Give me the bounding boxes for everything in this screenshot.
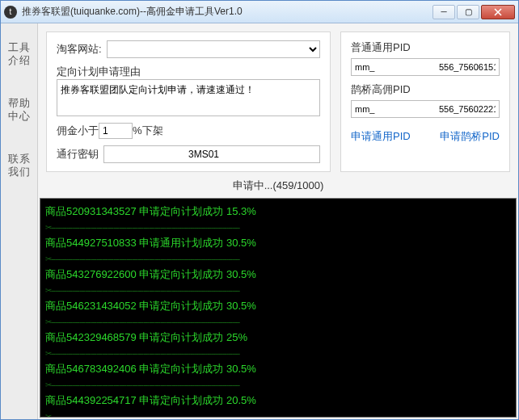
apply-form: 淘客网站: 定向计划申请理由 佣金小于 %下架 (46, 32, 331, 172)
body: 工具 介绍 帮助 中心 联系 我们 淘客网站: 定向计划申请理由 (1, 23, 518, 419)
apply-general-pid-link[interactable]: 申请通用PID (351, 129, 411, 144)
log-line: 商品542329468579 申请定向计划成功 25% (45, 328, 511, 347)
top-forms: 淘客网站: 定向计划申请理由 佣金小于 %下架 (38, 23, 518, 172)
apply-queqiao-pid-link[interactable]: 申请鹊桥PID (440, 129, 500, 144)
log-separator (45, 221, 511, 233)
app-window: t 推券客联盟(tuiquanke.com)--高佣金申请工具Ver1.0 ─ … (0, 0, 519, 420)
passkey-label: 通行密钥 (57, 147, 99, 162)
status-text: 申请中...(459/1000) (38, 172, 518, 198)
pid-panel: 普通通用PID 鹊桥高佣PID 申请通用PID 申请鹊桥PID (340, 32, 510, 172)
close-button[interactable] (481, 5, 515, 19)
log-line: 商品543276922600 申请定向计划成功 30.5% (45, 265, 511, 284)
titlebar: t 推券客联盟(tuiquanke.com)--高佣金申请工具Ver1.0 ─ … (1, 1, 518, 23)
passkey-input[interactable] (103, 145, 320, 163)
close-icon (494, 8, 502, 16)
general-pid-input[interactable] (351, 58, 500, 76)
log-line: 商品544392254717 申请定向计划成功 20.5% (45, 391, 511, 410)
log-line: 商品520931343527 申请定向计划成功 15.3% (45, 202, 511, 221)
log-line: 商品546783492406 申请定向计划成功 30.5% (45, 359, 511, 379)
sidebar-item-contact[interactable]: 联系 我们 (1, 145, 37, 186)
log-line: 商品546231434052 申请定向计划成功 30.5% (45, 296, 511, 316)
site-select[interactable] (107, 40, 320, 58)
minimize-button[interactable]: ─ (432, 5, 455, 19)
reason-textarea[interactable] (57, 79, 320, 116)
sidebar: 工具 介绍 帮助 中心 联系 我们 (1, 23, 38, 419)
log-separator (45, 284, 511, 296)
app-icon: t (4, 6, 17, 19)
pid-links: 申请通用PID 申请鹊桥PID (351, 129, 500, 144)
log-separator (45, 316, 511, 328)
window-title: 推券客联盟(tuiquanke.com)--高佣金申请工具Ver1.0 (22, 5, 432, 19)
queqiao-pid-input[interactable] (351, 100, 500, 118)
site-label: 淘客网站: (57, 42, 102, 57)
queqiao-pid-label: 鹊桥高佣PID (351, 82, 500, 97)
maximize-button[interactable]: ▢ (457, 5, 479, 19)
log-separator (45, 410, 511, 418)
general-pid-label: 普通通用PID (351, 40, 500, 55)
commission-input[interactable] (99, 123, 133, 139)
log-line: 商品544927510833 申请通用计划成功 30.5% (45, 233, 511, 253)
main-panel: 淘客网站: 定向计划申请理由 佣金小于 %下架 (38, 23, 518, 419)
sidebar-item-help[interactable]: 帮助 中心 (1, 89, 37, 130)
log-console[interactable]: 商品520931343527 申请定向计划成功 15.3%商品544927510… (40, 198, 517, 418)
commission-prefix: 佣金小于 (57, 124, 99, 138)
window-controls: ─ ▢ (432, 5, 515, 19)
log-separator (45, 253, 511, 265)
log-separator (45, 347, 511, 359)
commission-suffix: %下架 (133, 124, 163, 138)
reason-label: 定向计划申请理由 (57, 65, 141, 79)
log-separator (45, 379, 511, 391)
sidebar-item-intro[interactable]: 工具 介绍 (1, 33, 37, 74)
